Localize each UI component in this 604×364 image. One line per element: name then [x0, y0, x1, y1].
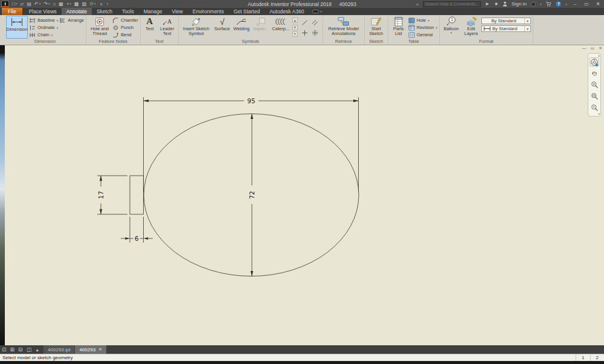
tile-windows-icon[interactable]: ⊞	[10, 346, 15, 353]
tab-tools[interactable]: Tools	[117, 8, 139, 15]
panel-label-sketch[interactable]: Sketch	[367, 39, 386, 45]
dimension-width[interactable]	[144, 97, 359, 192]
ordinate-button[interactable]: Ordinate ▾	[29, 24, 58, 31]
centerline-button[interactable]	[301, 18, 309, 27]
doc-tab-part[interactable]: 400293.ipt	[43, 345, 74, 354]
home-button[interactable]: ⌂	[53, 1, 56, 7]
qat-customize-button[interactable]: ▾	[106, 1, 108, 7]
caterpillar-button[interactable]: Caterp...	[271, 16, 291, 39]
edit-layers-button[interactable]: Edit Layers	[462, 16, 480, 39]
measure-button[interactable]: +▾	[66, 1, 71, 7]
tab-environments[interactable]: Environments	[188, 8, 229, 15]
hole-table-dropdown-icon[interactable]: ▾	[428, 19, 429, 22]
help-icon[interactable]: ?	[556, 1, 561, 7]
restore-button[interactable]: ▭	[583, 1, 590, 7]
favorites-star-icon[interactable]: ★	[494, 1, 498, 7]
revision-table-dropdown-icon[interactable]: ▾	[436, 26, 438, 30]
undo-button[interactable]: ↶▾	[34, 1, 40, 7]
dim-text-height[interactable]: 72	[248, 191, 255, 199]
tab-autodesk-a360[interactable]: Autodesk A360	[265, 8, 309, 15]
centered-pattern-button[interactable]	[311, 28, 320, 37]
centerline-bisector-button[interactable]	[311, 18, 320, 27]
dim-text-width[interactable]: 95	[247, 97, 255, 104]
dimension-button[interactable]: Dimension	[6, 16, 28, 39]
a360-share-icon[interactable]	[312, 10, 319, 13]
drawing-sheet[interactable]: 95 72 17 6	[5, 45, 604, 345]
symbols-expand-icon[interactable]: ⏷	[292, 31, 298, 37]
a360-account-icon[interactable]	[531, 2, 536, 7]
general-table-button[interactable]: General	[408, 31, 437, 38]
chain-dropdown-icon[interactable]: ▾	[51, 33, 53, 37]
send-icon[interactable]: ►	[485, 1, 490, 7]
panel-label-symbols[interactable]: Symbols	[181, 39, 321, 45]
inventor-logo-icon[interactable]: I	[1, 1, 9, 7]
panel-label-dimension[interactable]: Dimension	[6, 39, 84, 45]
dim-text-notch-height[interactable]: 17	[97, 191, 104, 199]
tile-vertical-icon[interactable]: ◫	[27, 346, 32, 353]
zoom-window-button[interactable]	[590, 92, 599, 101]
navigation-wheel-button[interactable]	[590, 57, 599, 66]
surface-button[interactable]: √ Surface	[213, 16, 231, 39]
layer-select-dropdown-icon[interactable]: ▼	[524, 26, 529, 31]
bend-button[interactable]: Bend	[112, 31, 138, 38]
tile-horizontal-icon[interactable]: ⊟	[18, 346, 23, 353]
baseline-button[interactable]: Baseline ▾	[29, 17, 58, 24]
a360-dropdown-icon[interactable]: ▾	[540, 2, 542, 6]
sign-in-button[interactable]: Sign In	[512, 1, 527, 7]
appearance-button[interactable]: ▨	[82, 1, 87, 7]
redo-button[interactable]: ↷▾	[43, 1, 50, 7]
material-button[interactable]: ▩	[74, 1, 79, 7]
center-mark-button[interactable]	[301, 28, 309, 37]
update-button[interactable]: ⟳▾	[89, 1, 95, 7]
hole-and-thread-button[interactable]: Hole and Thread	[88, 16, 111, 39]
tab-annotate[interactable]: Annotate	[62, 8, 92, 15]
expand-tabs-icon[interactable]: ▲	[35, 348, 39, 352]
panel-label-retrieve[interactable]: Retrieve	[325, 39, 362, 45]
print-button[interactable]: ▦	[59, 1, 63, 7]
retrieve-model-annotations-button[interactable]: Retrieve Model Annotations	[325, 16, 362, 39]
chain-button[interactable]: Chain ▾	[29, 31, 58, 38]
doc-close-button[interactable]: ✕	[599, 46, 602, 51]
notch-rectangle-geometry[interactable]	[130, 176, 144, 214]
symbols-scroll-down-icon[interactable]: ▼	[292, 25, 298, 30]
panel-label-format[interactable]: Format	[442, 39, 531, 45]
navbar-customize-top-icon[interactable]: ●	[598, 54, 600, 57]
insert-sketch-symbol-button[interactable]: Insert Sketch Symbol	[181, 16, 212, 39]
zoom-button[interactable]	[590, 80, 599, 89]
punch-button[interactable]: Punch	[112, 24, 138, 31]
baseline-dropdown-icon[interactable]: ▾	[57, 19, 59, 22]
parts-list-button[interactable]: Parts List	[390, 16, 407, 39]
search-input[interactable]	[423, 1, 481, 7]
add-tool-button[interactable]: ＋	[98, 1, 103, 7]
symbols-scroll-up-icon[interactable]: ▲	[292, 18, 298, 23]
panel-label-text[interactable]: Text	[143, 39, 176, 45]
status-page-1[interactable]: 1	[576, 354, 590, 361]
pan-button[interactable]	[590, 69, 599, 78]
tab-sketch[interactable]: Sketch	[92, 8, 117, 15]
dimension-style-select[interactable]: By Standard ▼	[481, 18, 531, 24]
arrange-button[interactable]: Arrange	[59, 17, 84, 24]
tab-place-views[interactable]: Place Views	[24, 8, 62, 15]
open-button[interactable]: ▱	[20, 1, 24, 7]
a360-share-dropdown-icon[interactable]: ▾	[320, 10, 322, 13]
doc-tab-close-icon[interactable]: ✕	[98, 347, 102, 352]
leader-text-button[interactable]: A Leader Text	[158, 16, 176, 39]
dimension-style-dropdown-icon[interactable]: ▼	[524, 18, 529, 24]
zoom-selected-button[interactable]	[590, 103, 599, 112]
help-dropdown-icon[interactable]: ▾	[565, 2, 567, 6]
start-sketch-button[interactable]: Start Sketch	[367, 16, 386, 39]
welding-button[interactable]: Welding	[233, 16, 251, 39]
tab-manage[interactable]: Manage	[139, 8, 167, 15]
tab-file[interactable]: File	[2, 8, 22, 15]
doc-minimize-button[interactable]: —	[582, 46, 586, 51]
app-store-cart-icon[interactable]	[545, 1, 551, 7]
new-file-button[interactable]: □▾	[12, 1, 17, 7]
navbar-customize-bottom-icon[interactable]: ●	[598, 112, 600, 115]
tab-get-started[interactable]: Get Started	[229, 8, 265, 15]
status-page-2[interactable]: 2	[590, 354, 604, 361]
balloon-dropdown-icon[interactable]: ▾	[451, 31, 452, 35]
revision-table-button[interactable]: Revision ▾	[408, 24, 437, 31]
panel-label-table[interactable]: Table	[390, 39, 437, 45]
close-button[interactable]: ✕	[594, 1, 602, 7]
dim-text-notch-width[interactable]: 6	[135, 235, 139, 242]
